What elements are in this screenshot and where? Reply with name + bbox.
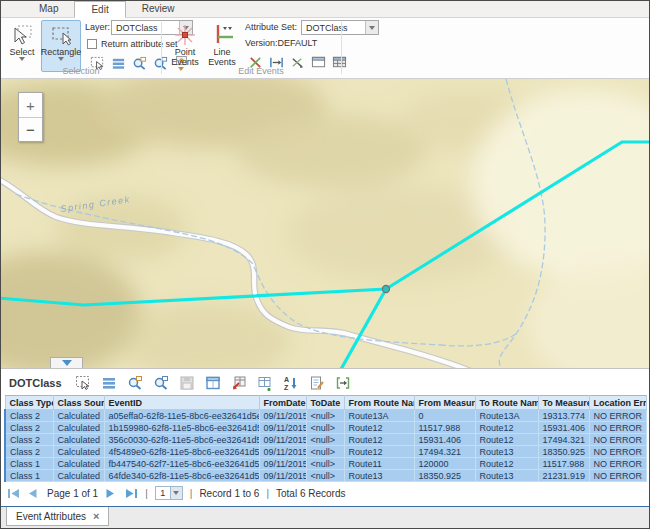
table-cell: a05effa0-62f8-11e5-8bc6-ee32641d5ec9 (104, 410, 259, 422)
ribbon-tab-bar: Map Edit Review (1, 1, 649, 18)
attribute-window-icon[interactable] (205, 374, 222, 391)
table-cell: Route12 (344, 446, 414, 458)
line-events-label: Line Events (205, 47, 239, 67)
version-text: Version:DEFAULT (245, 38, 317, 48)
previous-page-icon[interactable] (27, 488, 40, 499)
column-header[interactable]: From Route Name (344, 396, 414, 410)
zoom-out-button[interactable]: − (19, 117, 42, 141)
select-tool-button[interactable]: Select (4, 20, 40, 72)
column-header[interactable]: EventID (104, 396, 259, 410)
table-cell: Route12 (475, 434, 538, 446)
table-row[interactable]: Class 2Calculateda05effa0-62f8-11e5-8bc6… (5, 410, 646, 422)
rectangle-tool-label: Rectangle (41, 47, 82, 57)
pan-to-selected-icon[interactable] (153, 374, 170, 391)
table-cell: Calculated (53, 422, 104, 434)
rectangle-tool-button[interactable]: Rectangle (41, 20, 81, 72)
select-records-icon[interactable] (75, 374, 92, 391)
table-cell: Calculated (53, 446, 104, 458)
column-header[interactable]: Class Type (5, 396, 53, 410)
table-title: DOTClass (9, 377, 62, 389)
event-table-window-icon[interactable] (331, 54, 347, 70)
chevron-down-icon (369, 26, 375, 30)
column-header[interactable]: FromDate (259, 396, 306, 410)
collapse-arrow-icon (62, 360, 72, 366)
zoom-to-selected-icon[interactable] (127, 374, 144, 391)
next-page-icon[interactable] (105, 488, 118, 499)
table-cell: Calculated (53, 434, 104, 446)
page-number-dropdown[interactable]: 1 (155, 486, 183, 500)
table-cell: 18350.925 (414, 470, 475, 482)
table-row[interactable]: Class 2Calculated356c0030-62f8-11e5-8bc6… (5, 434, 646, 446)
panel-collapse-tab[interactable] (50, 357, 83, 368)
column-header[interactable]: Location Error (589, 396, 646, 410)
close-icon[interactable]: × (93, 511, 99, 522)
map-zoom-control: + − (18, 92, 43, 142)
table-header-row: Class TypeClass SourceEventIDFromDateToD… (5, 396, 646, 410)
table-row[interactable]: Class 1Calculatedfb447540-62f7-11e5-8bc6… (5, 458, 646, 470)
rectangle-select-icon (49, 23, 73, 47)
record-range-text: Record 1 to 6 (199, 488, 259, 499)
attribute-set-dropdown[interactable]: DOTClass (301, 20, 379, 35)
table-cell: Route11 (344, 458, 414, 470)
table-row[interactable]: Class 1Calculated64fde340-62f8-11e5-8bc6… (5, 470, 646, 482)
table-cell: 09/11/2015 (259, 470, 306, 482)
line-events-button[interactable]: Line Events (204, 20, 240, 72)
page-number-dropdown-button[interactable] (170, 487, 182, 499)
table-cell: Route13A (344, 410, 414, 422)
edit-notes-icon[interactable] (309, 374, 326, 391)
export-records-icon[interactable] (231, 374, 248, 391)
column-header[interactable]: To Measure (538, 396, 589, 410)
svg-text:Z: Z (284, 384, 289, 391)
zoom-in-button[interactable]: + (19, 93, 42, 117)
group-separator (161, 22, 162, 74)
tab-event-attributes[interactable]: Event Attributes × (6, 507, 109, 526)
table-cell: fb447540-62f7-11e5-8bc6-ee32641d5ec9 (104, 458, 259, 470)
table-row[interactable]: Class 2Calculated1b159980-62f8-11e5-8bc6… (5, 422, 646, 434)
sort-records-icon[interactable]: AZ (283, 374, 300, 391)
group-separator (341, 22, 342, 74)
table-cell: Class 1 (5, 470, 53, 482)
table-cell: 09/11/2015 (259, 434, 306, 446)
table-cell: Route13A (475, 410, 538, 422)
table-cell: <null> (306, 446, 344, 458)
point-events-button[interactable]: Point Events (167, 20, 203, 72)
save-icon[interactable] (179, 374, 196, 391)
attribute-set-dropdown-button[interactable] (365, 21, 378, 34)
first-page-icon[interactable] (7, 488, 20, 499)
column-header[interactable]: From Measure (414, 396, 475, 410)
table-cell: 11517.988 (538, 458, 589, 470)
table-cell: NO ERROR (589, 410, 646, 422)
tab-review[interactable]: Review (126, 1, 191, 17)
table-toolbar: DOTClass (1, 369, 649, 395)
table-cell: 09/11/2015 (259, 458, 306, 470)
map-canvas[interactable]: Spring Creek + − (1, 79, 650, 368)
table-cell: 18350.925 (538, 446, 589, 458)
column-header[interactable]: To Route Name (475, 396, 538, 410)
column-header[interactable]: Class Source (53, 396, 104, 410)
measure-tools-icon[interactable] (335, 374, 352, 391)
table-cell: <null> (306, 434, 344, 446)
separator: | (190, 488, 193, 499)
table-row[interactable]: Class 2Calculated4f5489e0-62f8-11e5-8bc6… (5, 446, 646, 458)
select-tool-caret-icon[interactable] (19, 57, 25, 61)
table-cell: 64fde340-62f8-11e5-8bc6-ee32641d5ec9 (104, 470, 259, 482)
table-cell: 19313.774 (538, 410, 589, 422)
last-page-icon[interactable] (125, 488, 138, 499)
rectangle-tool-caret-icon[interactable] (58, 57, 64, 61)
append-records-icon[interactable] (257, 374, 274, 391)
zoom-to-selection-icon[interactable] (131, 55, 147, 71)
column-header[interactable]: ToDate (306, 396, 344, 410)
tab-map[interactable]: Map (23, 1, 74, 17)
table-cell: Class 2 (5, 422, 53, 434)
edit-events-group-label: Edit Events (201, 66, 321, 76)
table-cell: Class 1 (5, 458, 53, 470)
pan-to-selection-icon[interactable] (152, 55, 168, 71)
show-selected-records-icon[interactable] (101, 374, 118, 391)
event-editor-window: Map Edit Review Select Rectangle Layer: … (0, 0, 650, 529)
table-cell: Class 2 (5, 434, 53, 446)
return-attribute-set-checkbox[interactable] (87, 39, 97, 49)
table-cell: Route12 (344, 434, 414, 446)
table-cell: 15931.406 (538, 422, 589, 434)
chevron-down-icon (173, 491, 179, 495)
tab-edit[interactable]: Edit (74, 1, 125, 18)
